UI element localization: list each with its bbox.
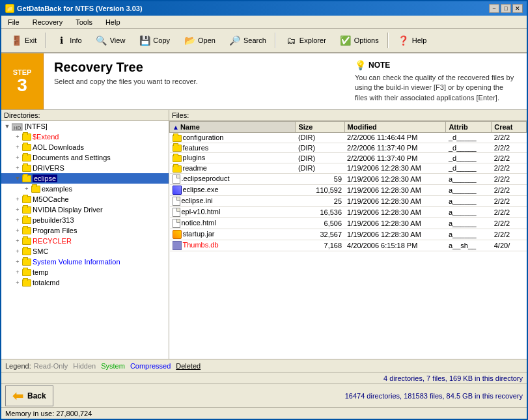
explorer-button[interactable]: 🗂 Explorer [279,31,332,50]
tree-item-ntfs[interactable]: ▼ HD [NTFS] [1,121,169,132]
col-header-name[interactable]: ▲ Name [170,122,296,133]
col-header-size[interactable]: Size [296,122,344,133]
file-size-cell: (DIR) [296,163,344,173]
expand-totalcmd[interactable]: + [13,278,22,287]
tree-item-examples[interactable]: + examples [1,184,169,194]
file-name: notice.html [182,219,216,227]
minimize-button[interactable]: − [489,4,499,13]
tree-item-nvidia[interactable]: + NVIDIA Display Driver [1,204,169,215]
file-modified-cell: 1/19/2006 12:28:30 AM [344,195,446,206]
explorer-label: Explorer [299,36,326,44]
expand-ntfs[interactable]: ▼ [3,122,12,131]
file-size-cell: 7,168 [296,240,344,251]
tree-item-totalcmd[interactable]: + totalcmd [1,277,169,288]
ntfs-label: [NTFS] [25,122,48,130]
file-modified-cell: 2/2/2006 11:46:44 PM [344,133,446,143]
menu-recovery[interactable]: Recovery [29,18,66,27]
search-button[interactable]: 🔎 Search [223,31,272,50]
table-row[interactable]: eclipse.ini251/19/2006 12:28:30 AMa_____… [170,195,527,206]
close-button[interactable]: ✕ [512,4,523,13]
expand-temp[interactable]: + [13,268,22,277]
expand-docs[interactable]: + [13,153,22,162]
files-table-container[interactable]: ▲ Name Size Modified Attrib Creat config… [169,121,527,359]
back-label: Back [27,391,46,400]
file-doc-icon [173,219,180,228]
expand-examples[interactable]: + [22,184,31,193]
tree-item-m5o[interactable]: + M5OCache [1,194,169,204]
copy-button[interactable]: 💾 Copy [132,31,176,50]
tree-item-aol[interactable]: + AOL Downloads [1,142,169,152]
table-row[interactable]: .eclipseproduct591/19/2006 12:28:30 AMa_… [170,173,527,184]
options-button[interactable]: ✅ Options [333,31,385,50]
col-header-creat[interactable]: Creat [492,122,527,133]
expand-nvidia[interactable]: + [13,205,22,214]
directory-tree[interactable]: ▼ HD [NTFS] + $Extend + AOL Downloads [1,121,169,359]
tree-item-docs[interactable]: + Documents and Settings [1,152,169,163]
file-name: configuration [183,133,224,141]
col-header-modified[interactable]: Modified [344,122,446,133]
pebuilder-label: pebuilder313 [33,216,74,224]
tree-item-temp[interactable]: + temp [1,267,169,277]
expand-smc[interactable]: + [13,247,22,256]
folder-icon-progfiles [22,227,31,234]
file-attrib-cell: _d_____ [446,163,492,173]
expand-m5o[interactable]: + [13,195,22,204]
file-name-cell: startup.jar [170,229,296,240]
tree-item-drivers[interactable]: + DRIVERS [1,163,169,173]
tree-item-sysvolume[interactable]: + System Volume Information [1,257,169,267]
table-row[interactable]: features(DIR)2/2/2006 11:37:40 PM_d_____… [170,143,527,153]
tree-item-progfiles[interactable]: + Program Files [1,225,169,236]
table-row[interactable]: configuration(DIR)2/2/2006 11:46:44 PM_d… [170,133,527,143]
menu-tools[interactable]: Tools [72,18,96,27]
note-header: 💡 NOTE [355,60,516,70]
recovery-summary: 16474 directories, 181583 files, 84.5 GB… [345,392,523,400]
maximize-button[interactable]: □ [501,4,511,13]
table-row[interactable]: eclipse.exe110,5921/19/2006 12:28:30 AMa… [170,184,527,195]
tree-item-extend[interactable]: + $Extend [1,132,169,142]
tree-item-pebuilder[interactable]: + pebuilder313 [1,215,169,225]
copy-icon: 💾 [138,34,151,47]
expand-aol[interactable]: + [13,143,22,152]
expand-sysvolume[interactable]: + [13,257,22,266]
menu-help[interactable]: Help [102,18,124,27]
file-name: startup.jar [183,230,215,238]
file-jar-icon [173,230,182,239]
folder-icon-aol [22,144,31,151]
back-button[interactable]: ⬅ Back [5,385,53,406]
tree-item-eclipse[interactable]: ▼ eclipse [1,173,169,184]
view-button[interactable]: 🔍 View [89,31,132,50]
menu-file[interactable]: File [4,18,23,27]
table-row[interactable]: readme(DIR)1/19/2006 12:28:30 AM_d_____2… [170,163,527,173]
col-header-attrib[interactable]: Attrib [446,122,492,133]
legend-hidden: Hidden [73,362,96,370]
help-button[interactable]: ❓ Help [391,31,433,50]
extend-label: $Extend [33,133,59,141]
file-attrib-cell: a______ [446,217,492,229]
tree-item-smc[interactable]: + SMC [1,246,169,257]
tree-item-recycler[interactable]: + RECYCLER [1,236,169,246]
file-modified-cell: 1/19/2006 12:28:30 AM [344,229,446,240]
folder-icon-temp [22,269,31,276]
file-creat-cell: 2/2/2 [492,184,527,195]
exit-button[interactable]: 🚪 Exit [4,31,42,50]
open-button[interactable]: 📂 Open [177,31,221,50]
table-row[interactable]: Thumbs.db7,1684/20/2006 6:15:18 PMa__sh_… [170,240,527,251]
table-row[interactable]: notice.html6,5061/19/2006 12:28:30 AMa__… [170,217,527,229]
expand-pebuilder[interactable]: + [13,216,22,225]
svg-text:HD: HD [14,125,21,131]
exit-icon: 🚪 [10,34,23,47]
expand-drivers[interactable]: + [13,163,22,173]
expand-progfiles[interactable]: + [13,226,22,235]
table-row[interactable]: plugins(DIR)2/2/2006 11:37:40 PM_d_____2… [170,153,527,163]
table-row[interactable]: epl-v10.html16,5361/19/2006 12:28:30 AMa… [170,206,527,217]
expand-recycler[interactable]: + [13,236,22,245]
totalcmd-label: totalcmd [33,279,60,287]
expand-eclipse[interactable]: ▼ [13,174,22,183]
legend-system: System [101,362,125,370]
step-box: STEP 3 [1,53,44,109]
file-attrib-cell: a______ [446,184,492,195]
info-button[interactable]: ℹ Info [49,31,87,50]
view-label: View [110,36,126,44]
file-attrib-cell: _d_____ [446,133,492,143]
table-row[interactable]: startup.jar32,5671/19/2006 12:28:30 AMa_… [170,229,527,240]
